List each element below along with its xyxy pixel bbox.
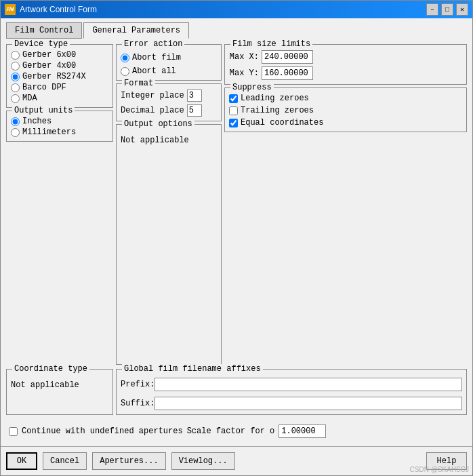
device-barcodpf-label: Barco DPF bbox=[22, 83, 66, 92]
suffix-input[interactable] bbox=[155, 397, 462, 410]
device-gerber4x00-radio[interactable] bbox=[11, 62, 20, 71]
prefix-input[interactable] bbox=[155, 378, 462, 391]
cancel-button[interactable]: Cancel bbox=[43, 452, 87, 470]
title-bar: AW Artwork Control Form – □ ✕ bbox=[1, 1, 472, 18]
device-gerberrs274x-label: Gerber RS274X bbox=[22, 72, 86, 81]
unit-millimeters[interactable]: Millimeters bbox=[11, 127, 108, 137]
unit-inches[interactable]: Inches bbox=[11, 117, 108, 126]
device-barcodpf[interactable]: Barco DPF bbox=[11, 83, 108, 92]
suppress-leading-checkbox[interactable] bbox=[229, 94, 238, 103]
title-buttons: – □ ✕ bbox=[426, 3, 468, 16]
suppress-trailing-checkbox[interactable] bbox=[229, 106, 238, 115]
tab-general-parameters[interactable]: General Parameters bbox=[83, 22, 189, 39]
tab-film-control[interactable]: Film Control bbox=[6, 22, 82, 39]
scale-input[interactable] bbox=[279, 424, 326, 438]
max-x-label: Max X: bbox=[229, 52, 259, 62]
continue-label: Continue with undefined apertures bbox=[22, 427, 183, 436]
device-mda-radio[interactable] bbox=[11, 94, 20, 103]
suppress-title: Suppress bbox=[230, 83, 274, 92]
suffix-label: Suffix: bbox=[121, 399, 150, 408]
decimal-place-row: Decimal place bbox=[121, 104, 217, 117]
suppress-equal-checkbox[interactable] bbox=[229, 119, 238, 127]
integer-place-label: Integer place bbox=[121, 91, 184, 100]
decimal-place-input[interactable] bbox=[187, 104, 202, 117]
error-abort-all[interactable]: Abort all bbox=[121, 66, 217, 76]
unit-millimeters-label: Millimeters bbox=[22, 127, 76, 137]
output-units-title: Output units bbox=[12, 106, 75, 115]
unit-millimeters-radio[interactable] bbox=[11, 128, 20, 137]
continue-row: Continue with undefined apertures Scale … bbox=[6, 419, 467, 441]
apertures-button[interactable]: Apertures... bbox=[92, 452, 165, 470]
continue-checkbox[interactable] bbox=[9, 427, 18, 436]
format-title: Format bbox=[122, 79, 155, 88]
device-gerberrs274x-radio[interactable] bbox=[11, 73, 20, 81]
left-panel: Device type Gerber 6x00 Gerber 4x00 G bbox=[6, 44, 113, 365]
device-type-title: Device type bbox=[12, 39, 70, 49]
app-icon: AW bbox=[5, 4, 16, 15]
title-bar-left: AW Artwork Control Form bbox=[5, 4, 97, 15]
output-options-group: Output options Not applicable bbox=[116, 124, 222, 365]
coordinate-type-title: Coordinate type bbox=[12, 364, 89, 374]
format-group: Format Integer place Decimal place bbox=[116, 83, 222, 121]
maximize-button[interactable]: □ bbox=[441, 3, 453, 16]
suffix-row: Suffix: bbox=[121, 397, 462, 410]
tab-content: Device type Gerber 6x00 Gerber 4x00 G bbox=[1, 39, 472, 446]
output-units-group: Output units Inches Millimeters bbox=[6, 111, 113, 142]
device-type-options: Gerber 6x00 Gerber 4x00 Gerber RS274X bbox=[11, 50, 108, 103]
device-gerber6x00-label: Gerber 6x00 bbox=[22, 50, 76, 60]
film-size-group: Film size limits Max X: Max Y: bbox=[224, 44, 467, 85]
decimal-place-label: Decimal place bbox=[121, 106, 184, 115]
error-action-group: Error action Abort film Abort all bbox=[116, 44, 222, 81]
suppress-trailing-label: Trailing zeroes bbox=[241, 106, 314, 115]
device-gerber6x00[interactable]: Gerber 6x00 bbox=[11, 50, 108, 60]
device-gerber4x00[interactable]: Gerber 4x00 bbox=[11, 61, 108, 71]
max-x-row: Max X: bbox=[229, 50, 462, 64]
ok-button[interactable]: OK bbox=[6, 452, 37, 470]
integer-place-row: Integer place bbox=[121, 90, 217, 102]
max-y-input[interactable] bbox=[262, 66, 313, 80]
middle-panel: Error action Abort film Abort all bbox=[116, 44, 222, 365]
error-action-options: Abort film Abort all bbox=[121, 50, 217, 76]
suppress-equal-label: Equal coordinates bbox=[241, 118, 323, 127]
minimize-button[interactable]: – bbox=[426, 3, 438, 16]
error-abort-film-label: Abort film bbox=[132, 53, 181, 62]
suppress-trailing: Trailing zeroes bbox=[229, 106, 462, 115]
footer: OK Cancel Apertures... Viewlog... Help bbox=[1, 446, 472, 475]
device-mda[interactable]: MDA bbox=[11, 94, 108, 103]
max-y-row: Max Y: bbox=[229, 66, 462, 80]
device-gerber4x00-label: Gerber 4x00 bbox=[22, 61, 76, 71]
viewlog-button[interactable]: Viewlog... bbox=[171, 452, 235, 470]
suppress-equal: Equal coordinates bbox=[229, 118, 462, 127]
coordinate-type-value: Not applicable bbox=[11, 380, 108, 390]
unit-inches-label: Inches bbox=[22, 117, 52, 126]
output-units-options: Inches Millimeters bbox=[11, 117, 108, 137]
max-x-input[interactable] bbox=[262, 50, 313, 64]
error-abort-all-radio[interactable] bbox=[121, 67, 129, 76]
suppress-group: Suppress Leading zeroes Trailing zeroes … bbox=[224, 87, 467, 132]
close-button[interactable]: ✕ bbox=[456, 3, 468, 16]
device-mda-label: MDA bbox=[22, 94, 37, 103]
film-size-title: Film size limits bbox=[230, 39, 312, 49]
tab-bar: Film Control General Parameters bbox=[1, 18, 472, 39]
integer-place-input[interactable] bbox=[187, 90, 202, 102]
prefix-row: Prefix: bbox=[121, 378, 462, 391]
error-abort-all-label: Abort all bbox=[132, 66, 176, 76]
error-abort-film[interactable]: Abort film bbox=[121, 53, 217, 62]
bottom-row: Coordinate type Not applicable Global fi… bbox=[6, 369, 467, 415]
device-type-group: Device type Gerber 6x00 Gerber 4x00 G bbox=[6, 44, 113, 108]
output-options-title: Output options bbox=[122, 119, 194, 129]
error-action-title: Error action bbox=[122, 39, 184, 49]
device-gerber6x00-radio[interactable] bbox=[11, 51, 20, 60]
error-abort-film-radio[interactable] bbox=[121, 54, 129, 62]
unit-inches-radio[interactable] bbox=[11, 117, 20, 126]
global-filename-title: Global film filename affixes bbox=[122, 364, 263, 374]
suppress-leading-label: Leading zeroes bbox=[241, 94, 309, 103]
global-filename-group: Global film filename affixes Prefix: Suf… bbox=[116, 369, 467, 415]
scale-label: Scale factor for o bbox=[187, 427, 275, 436]
device-barcodpf-radio[interactable] bbox=[11, 83, 20, 92]
suppress-leading: Leading zeroes bbox=[229, 94, 462, 103]
coordinate-type-group: Coordinate type Not applicable bbox=[6, 369, 113, 415]
max-y-label: Max Y: bbox=[229, 68, 259, 78]
prefix-label: Prefix: bbox=[121, 380, 150, 389]
device-gerberrs274x[interactable]: Gerber RS274X bbox=[11, 72, 108, 81]
